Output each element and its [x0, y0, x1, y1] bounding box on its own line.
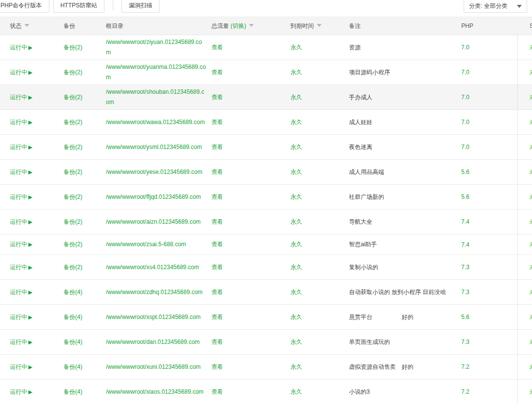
- root-dir-link[interactable]: /www/wwwroot/shouban.012345689.com: [106, 87, 211, 107]
- header-status[interactable]: 状态: [0, 22, 63, 30]
- remark-text[interactable]: 项目源码小程序: [349, 68, 461, 77]
- backup-link[interactable]: 备份(2): [63, 118, 106, 127]
- site-status-toggle[interactable]: 运行中▶: [0, 168, 63, 176]
- backup-link[interactable]: 备份(2): [63, 68, 106, 77]
- header-expire-time[interactable]: 到期时间: [290, 22, 349, 30]
- site-status-toggle[interactable]: 运行中▶: [0, 388, 63, 396]
- remark-text[interactable]: 夜色迷离: [349, 143, 461, 151]
- backup-link[interactable]: 备份(2): [63, 240, 106, 249]
- traffic-view-link[interactable]: 查看: [211, 288, 290, 297]
- root-dir-link[interactable]: /www/wwwroot/xs4.012345689.com: [106, 262, 211, 273]
- site-status-toggle[interactable]: 运行中▶: [0, 93, 63, 102]
- site-status-toggle[interactable]: 运行中▶: [0, 263, 63, 272]
- backup-link[interactable]: 备份(2): [63, 143, 106, 151]
- php-version-value: 7.2: [461, 388, 518, 395]
- remark-text[interactable]: 悬赏平台 好的: [349, 313, 461, 321]
- traffic-view-link[interactable]: 查看: [211, 338, 290, 346]
- backup-link[interactable]: 备份(4): [63, 338, 106, 346]
- site-status-toggle[interactable]: 运行中▶: [0, 240, 63, 249]
- traffic-view-link[interactable]: 查看: [211, 43, 290, 52]
- root-dir-link[interactable]: /www/wwwroot/yuanma.012345689.com: [106, 62, 211, 83]
- backup-link[interactable]: 备份(4): [63, 313, 106, 321]
- root-dir-link[interactable]: /www/wwwroot/yese.012345689.com: [106, 167, 211, 177]
- traffic-view-link[interactable]: 查看: [211, 263, 290, 272]
- traffic-view-link[interactable]: 查看: [211, 93, 290, 102]
- php-cli-version-button[interactable]: PHP命令行版本: [0, 0, 49, 13]
- ssl-clipped-value: 未: [518, 388, 532, 396]
- ssl-clipped-value: 未: [518, 363, 532, 371]
- root-dir-link[interactable]: /www/wwwroot/wawa.012345689.com: [106, 117, 211, 127]
- traffic-view-link[interactable]: 查看: [211, 313, 290, 321]
- remark-text[interactable]: 单页面生成玩的: [349, 338, 461, 346]
- backup-link[interactable]: 备份(2): [63, 263, 106, 272]
- remark-text[interactable]: 自动获取小说的 放到小程序 目前没啥: [349, 288, 461, 297]
- traffic-view-link[interactable]: 查看: [211, 218, 290, 226]
- remark-text[interactable]: 社群广场新的: [349, 193, 461, 201]
- site-status-toggle[interactable]: 运行中▶: [0, 288, 63, 297]
- https-anti-hijack-button[interactable]: HTTPS防窜站: [53, 0, 104, 13]
- remark-text[interactable]: 小说的3: [349, 388, 461, 396]
- chevron-down-icon: [517, 5, 522, 8]
- vulnerability-scan-button[interactable]: 漏洞扫描: [122, 0, 160, 13]
- site-status-toggle[interactable]: 运行中▶: [0, 143, 63, 151]
- traffic-view-link[interactable]: 查看: [211, 363, 290, 371]
- site-status-toggle[interactable]: 运行中▶: [0, 218, 63, 226]
- traffic-switch-link[interactable]: (切换): [230, 22, 246, 29]
- backup-link[interactable]: 备份(2): [63, 43, 106, 52]
- remark-text[interactable]: 虚拟资源自动售卖 好的: [349, 363, 461, 371]
- toolbar-divider: [113, 0, 113, 11]
- backup-link[interactable]: 备份(2): [63, 218, 106, 226]
- status-label: 运行中: [10, 339, 27, 345]
- expire-time-value: 永久: [290, 388, 349, 396]
- site-status-toggle[interactable]: 运行中▶: [0, 313, 63, 321]
- remark-text[interactable]: 导航大全: [349, 218, 461, 226]
- traffic-view-link[interactable]: 查看: [211, 143, 290, 151]
- root-dir-link[interactable]: /www/wwwroot/ffjqd.012345689.com: [106, 192, 211, 202]
- backup-link[interactable]: 备份(4): [63, 388, 106, 396]
- remark-text[interactable]: 成人用品高端: [349, 168, 461, 176]
- site-status-toggle[interactable]: 运行中▶: [0, 338, 63, 346]
- header-traffic[interactable]: 总流量 (切换): [211, 22, 290, 30]
- ssl-clipped-value: 未: [518, 68, 532, 77]
- table-row: 运行中▶ 备份(2) /www/wwwroot/ffjqd.012345689.…: [0, 185, 532, 210]
- root-dir-link[interactable]: /www/wwwroot/dan.012345689.com: [106, 337, 211, 347]
- site-status-toggle[interactable]: 运行中▶: [0, 68, 63, 77]
- expire-time-value: 永久: [290, 313, 349, 321]
- site-status-toggle[interactable]: 运行中▶: [0, 43, 63, 52]
- remark-text[interactable]: 智思ai助手: [349, 240, 461, 249]
- status-label: 运行中: [10, 193, 27, 200]
- root-dir-link[interactable]: /www/wwwroot/xuni.012345689.com: [106, 362, 211, 372]
- traffic-view-link[interactable]: 查看: [211, 388, 290, 396]
- site-status-toggle[interactable]: 运行中▶: [0, 193, 63, 201]
- root-dir-link[interactable]: /www/wwwroot/zsai.5-688.com: [106, 239, 211, 250]
- traffic-view-link[interactable]: 查看: [211, 168, 290, 176]
- table-row: 运行中▶ 备份(4) /www/wwwroot/xspt.012345689.c…: [0, 305, 532, 330]
- expire-time-value: 永久: [290, 143, 349, 151]
- remark-text[interactable]: 复制小说的: [349, 263, 461, 272]
- remark-text[interactable]: 成人娃娃: [349, 118, 461, 127]
- header-remark: 备注: [349, 22, 461, 30]
- backup-link[interactable]: 备份(2): [63, 93, 106, 102]
- backup-link[interactable]: 备份(2): [63, 193, 106, 201]
- site-table: 状态 备份 根目录 总流量 (切换) 到期时间 备注 PHP S 运行中▶ 备份…: [0, 17, 532, 403]
- backup-link[interactable]: 备份(4): [63, 288, 106, 297]
- table-row: 运行中▶ 备份(2) /www/wwwroot/yese.012345689.c…: [0, 160, 532, 185]
- traffic-view-link[interactable]: 查看: [211, 118, 290, 127]
- remark-text[interactable]: 手办成人: [349, 93, 461, 102]
- root-dir-link[interactable]: /www/wwwroot/xspt.012345689.com: [106, 312, 211, 322]
- play-icon: ▶: [28, 119, 32, 125]
- category-filter-select[interactable]: 分类: 全部分类: [464, 0, 527, 13]
- root-dir-link[interactable]: /www/wwwroot/zdhq.012345689.com: [106, 287, 211, 297]
- traffic-view-link[interactable]: 查看: [211, 68, 290, 77]
- root-dir-link[interactable]: /www/wwwroot/aizn.012345689.com: [106, 217, 211, 227]
- root-dir-link[interactable]: /www/wwwroot/xiaos.012345689.com: [106, 387, 211, 397]
- traffic-view-link[interactable]: 查看: [211, 240, 290, 249]
- site-status-toggle[interactable]: 运行中▶: [0, 363, 63, 371]
- remark-text[interactable]: 资源: [349, 43, 461, 52]
- traffic-view-link[interactable]: 查看: [211, 193, 290, 201]
- root-dir-link[interactable]: /www/wwwroot/ysml.012345689.com: [106, 142, 211, 152]
- backup-link[interactable]: 备份(4): [63, 363, 106, 371]
- root-dir-link[interactable]: /www/wwwroot/ziyuan.012345689.com: [106, 37, 211, 58]
- site-status-toggle[interactable]: 运行中▶: [0, 118, 63, 127]
- backup-link[interactable]: 备份(2): [63, 168, 106, 176]
